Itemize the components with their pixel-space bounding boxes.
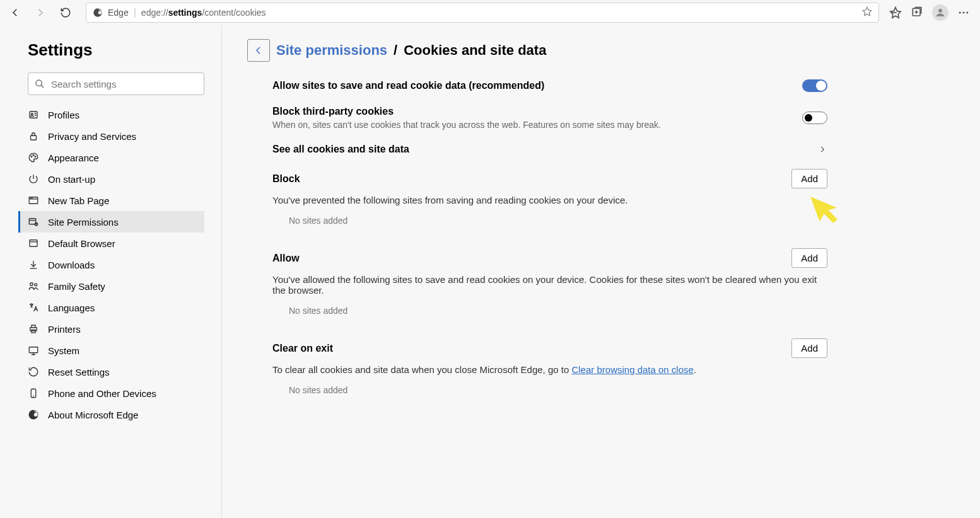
search-icon [35, 79, 45, 89]
phone-icon [28, 388, 39, 399]
profile-avatar[interactable] [932, 4, 948, 21]
block-third-title: Block third-party cookies [272, 106, 661, 117]
block-third-toggle[interactable] [802, 112, 827, 124]
breadcrumb: Site permissions / Cookies and site data [247, 39, 955, 62]
sidebar-item-label: On start-up [48, 174, 95, 185]
sidebar-item-label: Appearance [48, 153, 99, 163]
nav-refresh-button[interactable] [55, 3, 76, 23]
appearance-icon [28, 152, 39, 163]
block-empty-text: No sites added [289, 216, 827, 226]
sidebar-item-label: System [48, 345, 79, 356]
search-settings-input[interactable] [51, 79, 197, 89]
favorites-icon[interactable] [889, 6, 902, 19]
allow-section-title: Allow [272, 253, 300, 264]
svg-point-19 [30, 283, 33, 286]
sidebar-item-label: Privacy and Services [48, 131, 136, 142]
sidebar-item-printers[interactable]: Printers [18, 318, 204, 340]
sidebar-item-system[interactable]: System [18, 340, 204, 361]
nav-forward-button[interactable] [30, 3, 50, 23]
language-icon [28, 302, 39, 313]
sidebar-item-label: Languages [48, 302, 95, 313]
address-bar[interactable]: Edge | edge://settings/content/cookies [86, 3, 879, 23]
svg-rect-22 [32, 330, 35, 333]
svg-rect-9 [31, 135, 37, 140]
block-add-button[interactable]: Add [791, 169, 827, 188]
breadcrumb-current: Cookies and site data [404, 42, 546, 59]
sidebar-item-new-tab-page[interactable]: New Tab Page [18, 190, 204, 211]
settings-title: Settings [28, 40, 204, 60]
breadcrumb-separator: / [394, 42, 397, 59]
window-icon [28, 238, 39, 249]
download-icon [28, 259, 39, 270]
svg-point-15 [32, 198, 32, 199]
profiles-icon [28, 109, 39, 120]
sidebar-item-label: Profiles [48, 110, 79, 120]
settings-sidebar: Settings ProfilesPrivacy and ServicesApp… [0, 25, 222, 518]
edge-logo-icon [93, 8, 103, 18]
sidebar-item-site-permissions[interactable]: Site Permissions [18, 211, 204, 233]
sidebar-item-label: About Microsoft Edge [48, 410, 138, 420]
sidebar-item-label: Phone and Other Devices [48, 388, 156, 399]
nav-back-button[interactable] [5, 3, 25, 23]
sidebar-item-privacy-and-services[interactable]: Privacy and Services [18, 125, 204, 147]
settings-content: Site permissions / Cookies and site data… [222, 25, 980, 518]
toolbar-right [884, 4, 975, 21]
sidebar-item-profiles[interactable]: Profiles [18, 104, 204, 125]
sidebar-item-default-browser[interactable]: Default Browser [18, 233, 204, 254]
clear-exit-empty-text: No sites added [289, 385, 827, 395]
allow-add-button[interactable]: Add [791, 248, 827, 268]
sidebar-item-label: Printers [48, 324, 81, 335]
svg-point-8 [31, 113, 33, 115]
svg-point-12 [35, 156, 36, 158]
sidebar-item-on-start-up[interactable]: On start-up [18, 168, 204, 190]
sidebar-item-family-safety[interactable]: Family Safety [18, 275, 204, 297]
clear-exit-title: Clear on exit [272, 343, 333, 354]
svg-point-14 [30, 198, 31, 199]
sidebar-item-reset-settings[interactable]: Reset Settings [18, 361, 204, 383]
see-all-cookies-title: See all cookies and site data [272, 144, 409, 155]
more-menu-icon[interactable] [957, 6, 970, 19]
breadcrumb-parent-link[interactable]: Site permissions [276, 42, 387, 59]
svg-point-20 [35, 284, 37, 286]
sidebar-item-appearance[interactable]: Appearance [18, 147, 204, 168]
system-icon [28, 345, 39, 356]
clear-exit-add-button[interactable]: Add [791, 338, 827, 358]
collections-icon[interactable] [911, 6, 923, 19]
block-section-desc: You've prevented the following sites fro… [272, 195, 827, 205]
sidebar-item-languages[interactable]: Languages [18, 297, 204, 318]
svg-rect-23 [29, 347, 38, 353]
edge-icon [28, 409, 39, 420]
svg-point-6 [36, 80, 42, 86]
permissions-icon [28, 216, 39, 227]
breadcrumb-back-button[interactable] [247, 39, 270, 62]
family-icon [28, 280, 39, 292]
allow-section-desc: You've allowed the following sites to sa… [272, 274, 827, 296]
sidebar-item-label: Reset Settings [48, 367, 110, 377]
sidebar-item-phone-and-other-devices[interactable]: Phone and Other Devices [18, 383, 204, 404]
search-settings-box[interactable] [28, 72, 204, 95]
svg-point-4 [963, 12, 965, 14]
printer-icon [28, 323, 39, 335]
sidebar-item-about-microsoft-edge[interactable]: About Microsoft Edge [18, 404, 204, 425]
sidebar-item-downloads[interactable]: Downloads [18, 254, 204, 275]
sidebar-item-label: Downloads [48, 260, 95, 270]
allow-cookies-title: Allow sites to save and read cookie data… [272, 80, 544, 91]
allow-cookies-toggle[interactable] [802, 79, 827, 92]
sidebar-item-label: Family Safety [48, 281, 105, 292]
browser-toolbar: Edge | edge://settings/content/cookies [0, 0, 980, 25]
svg-rect-18 [30, 240, 37, 247]
addr-separator: | [134, 7, 136, 18]
lock-icon [28, 130, 39, 142]
svg-point-3 [959, 12, 961, 14]
sidebar-item-label: Site Permissions [48, 217, 119, 227]
favorite-star-icon[interactable] [862, 6, 872, 19]
sidebar-item-label: New Tab Page [48, 195, 109, 206]
settings-nav-list: ProfilesPrivacy and ServicesAppearanceOn… [28, 104, 204, 425]
svg-point-2 [938, 9, 942, 13]
clear-browsing-data-link[interactable]: Clear browsing data on close [571, 364, 693, 375]
block-section-title: Block [272, 173, 300, 185]
clear-exit-desc: To clear all cookies and site data when … [272, 364, 827, 375]
power-icon [28, 173, 39, 185]
see-all-chevron-icon[interactable] [817, 144, 827, 154]
block-third-desc: When on, sites can't use cookies that tr… [272, 120, 661, 130]
